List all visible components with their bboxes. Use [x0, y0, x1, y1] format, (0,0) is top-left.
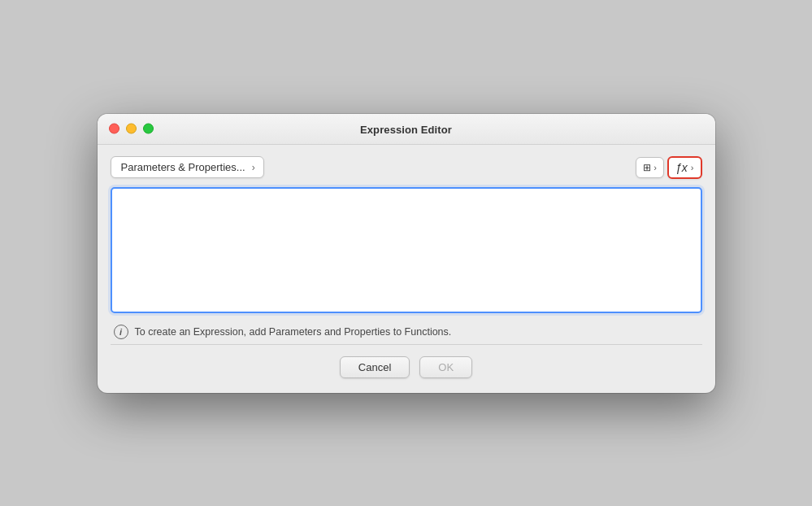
fx-button[interactable]: ƒx › — [667, 156, 701, 179]
window-title: Expression Editor — [360, 124, 452, 136]
toolbar-right: ⊞ › ƒx › — [636, 156, 701, 179]
cancel-button[interactable]: Cancel — [340, 356, 410, 378]
close-button[interactable] — [109, 124, 119, 134]
hint-bar: i To create an Expression, add Parameter… — [111, 316, 702, 345]
bar-chart-icon: ⊞ — [643, 162, 650, 173]
fx-icon: ƒx — [675, 161, 688, 174]
params-button-label: Parameters & Properties... — [121, 161, 245, 173]
bar-chevron-icon: › — [654, 163, 657, 172]
footer: Cancel OK — [111, 356, 702, 380]
maximize-button[interactable] — [143, 124, 154, 134]
params-chevron-icon: › — [252, 162, 255, 173]
info-icon: i — [114, 325, 128, 339]
minimize-button[interactable] — [126, 124, 137, 134]
window-body: Parameters & Properties... › ⊞ › ƒx › i — [98, 145, 715, 393]
hint-text: To create an Expression, add Parameters … — [135, 326, 452, 338]
ok-button[interactable]: OK — [419, 356, 472, 378]
toolbar-left: Parameters & Properties... › — [111, 156, 264, 178]
traffic-lights — [109, 124, 154, 134]
toolbar: Parameters & Properties... › ⊞ › ƒx › — [111, 156, 702, 179]
fx-chevron-icon: › — [691, 163, 694, 172]
title-bar: Expression Editor — [98, 114, 715, 145]
bar-chart-button[interactable]: ⊞ › — [636, 157, 664, 178]
parameters-properties-button[interactable]: Parameters & Properties... › — [111, 156, 264, 178]
expression-editor-window: Expression Editor Parameters & Propertie… — [98, 114, 715, 393]
expression-textarea[interactable] — [111, 187, 702, 313]
